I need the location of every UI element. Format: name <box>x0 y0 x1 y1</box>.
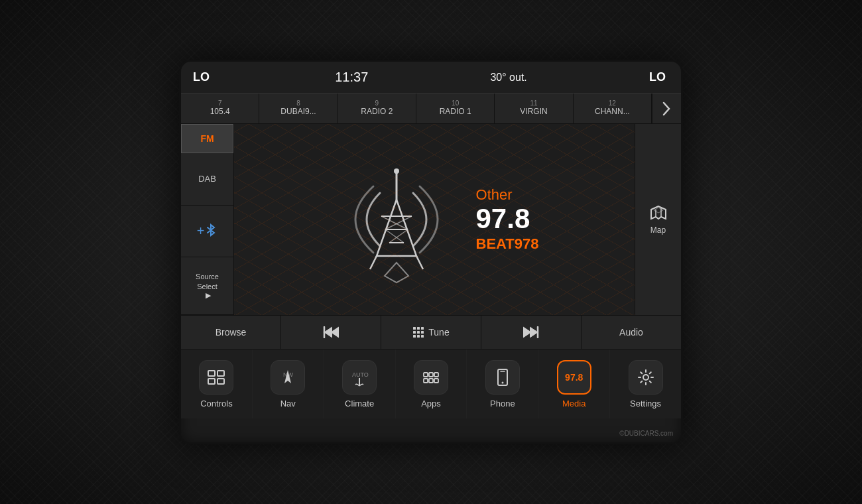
phone-icon-box <box>485 360 520 395</box>
preset-scroll-right[interactable] <box>652 94 681 123</box>
prev-button[interactable] <box>281 316 381 349</box>
controls-nav-label: Controls <box>200 399 232 409</box>
climate-icon: AUTO <box>349 367 369 387</box>
settings-icon <box>636 367 656 387</box>
map-icon <box>649 204 668 223</box>
svg-rect-20 <box>417 327 420 330</box>
preset-12[interactable]: 12 CHANN... <box>574 94 652 123</box>
source-select-button[interactable]: SourceSelect ▶ <box>181 257 233 315</box>
preset-bar: 7 105.4 8 DUBAI9... 9 RADIO 2 10 RADIO 1… <box>181 94 681 124</box>
preset-8[interactable]: 8 DUBAI9... <box>259 94 338 123</box>
preset-11[interactable]: 11 VIRGIN <box>495 94 573 123</box>
preset-10-num: 10 <box>452 100 459 107</box>
background-pattern <box>234 124 635 315</box>
svg-rect-22 <box>413 331 416 334</box>
phone-icon <box>493 367 513 387</box>
source-arrow-icon: ▶ <box>206 291 211 300</box>
nav-settings[interactable]: Settings <box>610 349 681 418</box>
watermark: ©DUBICARS.com <box>619 430 673 437</box>
nav-nav-label: Nav <box>280 399 296 409</box>
settings-nav-label: Settings <box>630 399 661 409</box>
main-area: FM DAB + SourceSelect ▶ <box>181 124 681 315</box>
status-bar: LO 11:37 30° out. LO <box>181 62 681 94</box>
nav-phone[interactable]: Phone <box>467 349 538 418</box>
preset-12-name: CHANN... <box>595 107 630 117</box>
preset-9[interactable]: 9 RADIO 2 <box>338 94 416 123</box>
svg-point-44 <box>501 381 503 383</box>
svg-rect-36 <box>424 373 428 377</box>
svg-text:AUTO: AUTO <box>352 371 369 378</box>
preset-9-num: 9 <box>375 100 379 107</box>
nav-controls[interactable]: Controls <box>181 349 253 418</box>
media-nav-label: Media <box>562 399 585 409</box>
map-button[interactable]: Map <box>635 124 681 315</box>
status-lo-right: LO <box>649 70 669 84</box>
status-lo-left: LO <box>193 70 213 84</box>
svg-rect-27 <box>421 335 424 338</box>
apps-icon <box>421 367 441 387</box>
browse-label: Browse <box>216 327 247 338</box>
tune-grid-icon <box>412 326 424 338</box>
next-icon <box>523 326 540 338</box>
svg-rect-32 <box>217 379 224 384</box>
preset-11-name: VIRGIN <box>520 107 547 117</box>
next-button[interactable] <box>481 316 582 349</box>
controls-icon-box <box>199 360 233 395</box>
browse-button[interactable]: Browse <box>181 316 281 349</box>
preset-8-num: 8 <box>296 100 300 107</box>
svg-rect-39 <box>424 379 428 383</box>
screen-container: LO 11:37 30° out. LO 7 105.4 8 DUBAI9...… <box>179 60 683 444</box>
left-sidebar: FM DAB + SourceSelect ▶ <box>181 124 234 315</box>
audio-button[interactable]: Audio <box>582 316 681 349</box>
status-temp: 30° out. <box>490 72 526 84</box>
status-time: 11:37 <box>335 70 368 85</box>
svg-rect-25 <box>413 335 416 338</box>
controls-icon <box>206 367 226 387</box>
bluetooth-symbol <box>204 223 217 239</box>
apps-icon-box <box>414 360 448 395</box>
prev-icon <box>322 326 339 338</box>
media-icon-box: 97.8 <box>557 360 591 395</box>
dab-button[interactable]: DAB <box>181 153 233 206</box>
nav-media[interactable]: 97.8 Media <box>538 349 610 418</box>
apps-nav-label: Apps <box>421 399 441 409</box>
nav-apps[interactable]: Apps <box>396 349 467 418</box>
bottom-nav: Controls NW Nav AUTO <box>181 349 681 418</box>
climate-nav-label: Climate <box>345 399 374 409</box>
settings-icon-box <box>629 360 663 395</box>
car-surround: LO 11:37 30° out. LO 7 105.4 8 DUBAI9...… <box>0 0 862 504</box>
preset-11-num: 11 <box>530 100 537 107</box>
media-freq-display: 97.8 <box>565 373 583 382</box>
svg-rect-41 <box>434 379 438 383</box>
preset-7-num: 7 <box>218 100 222 107</box>
nav-icon: NW <box>278 367 298 387</box>
bluetooth-button[interactable]: + <box>181 206 233 258</box>
preset-7[interactable]: 7 105.4 <box>181 94 259 123</box>
svg-rect-24 <box>421 331 424 334</box>
preset-12-num: 12 <box>609 100 616 107</box>
bluetooth-icon: + <box>197 223 205 239</box>
control-bar: Browse <box>181 315 681 349</box>
nav-icon-box: NW <box>271 360 305 395</box>
svg-rect-37 <box>429 373 433 377</box>
nav-climate[interactable]: AUTO Climate <box>324 349 396 418</box>
svg-rect-38 <box>434 373 438 377</box>
svg-rect-21 <box>421 327 424 330</box>
preset-10[interactable]: 10 RADIO 1 <box>416 94 495 123</box>
svg-point-45 <box>643 375 648 380</box>
climate-icon-box: AUTO <box>342 360 377 395</box>
preset-10-name: RADIO 1 <box>440 107 471 117</box>
svg-rect-31 <box>217 371 224 376</box>
nav-navigation[interactable]: NW Nav <box>253 349 324 418</box>
center-display: Other 97.8 BEAT978 <box>234 124 635 315</box>
svg-rect-23 <box>417 331 420 334</box>
fm-button[interactable]: FM <box>181 124 233 153</box>
svg-rect-26 <box>417 335 420 338</box>
tune-button[interactable]: Tune <box>381 316 481 349</box>
tune-label: Tune <box>428 327 449 338</box>
preset-7-name: 105.4 <box>210 107 230 117</box>
map-label: Map <box>650 225 666 235</box>
svg-rect-40 <box>429 379 433 383</box>
svg-rect-30 <box>208 379 215 384</box>
audio-label: Audio <box>619 327 643 338</box>
